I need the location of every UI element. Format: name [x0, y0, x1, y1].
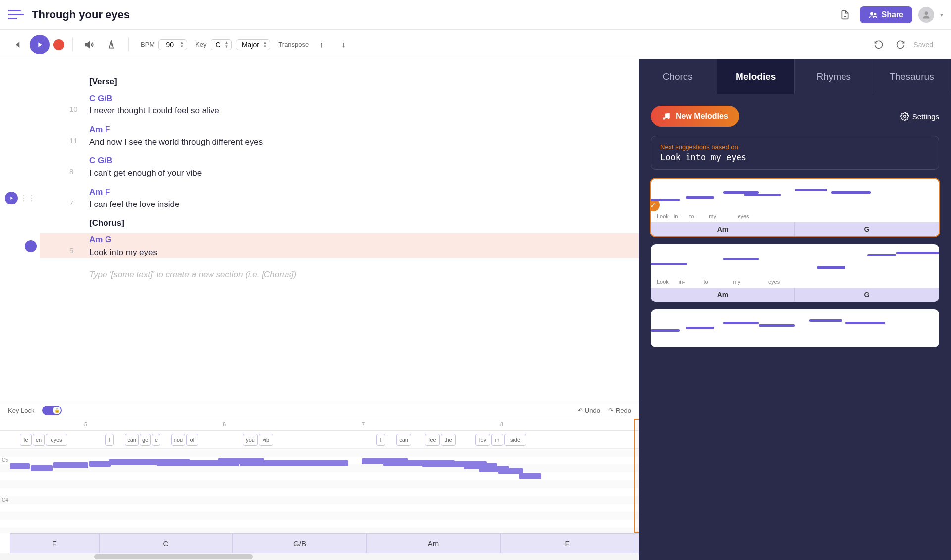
new-melodies-button[interactable]: New Melodies	[651, 106, 739, 127]
syllable[interactable]: can	[396, 434, 411, 446]
syllable[interactable]: eyes	[46, 434, 67, 446]
redo-icon[interactable]	[892, 36, 909, 53]
tab-melodies[interactable]: Melodies	[717, 59, 795, 94]
note[interactable]	[519, 473, 541, 479]
svg-point-0	[870, 12, 873, 15]
svg-point-2	[925, 11, 928, 15]
note[interactable]	[53, 462, 88, 468]
svg-point-6	[904, 115, 906, 118]
chord-cell[interactable]: F	[10, 533, 99, 553]
track-redo-button[interactable]: ↷ Redo	[608, 407, 631, 414]
melody-card[interactable]: ⤢Lookin-tomyeyesAmG	[651, 179, 939, 236]
undo-icon[interactable]	[870, 36, 888, 53]
tab-chords[interactable]: Chords	[639, 59, 717, 94]
chord-cell[interactable]: Am	[367, 533, 500, 553]
play-line-icon[interactable]	[5, 192, 18, 204]
lyrics-editor[interactable]: [Verse]10C G/BI never thought I could fe…	[0, 59, 639, 402]
key-select[interactable]: ▲▼	[211, 39, 232, 50]
syllable[interactable]: fe	[20, 434, 32, 446]
lyric-line[interactable]: 10C G/BI never thought I could feel so a…	[40, 92, 639, 117]
chord-cell[interactable]: F	[500, 533, 634, 553]
chord-track[interactable]: FCG/BAmFAmG	[0, 533, 639, 553]
metronome-icon[interactable]	[103, 36, 120, 53]
volume-icon[interactable]	[81, 36, 99, 53]
note[interactable]	[31, 465, 53, 471]
track-undo-button[interactable]: ↶ Undo	[578, 407, 600, 414]
skip-back-icon[interactable]	[8, 36, 26, 53]
transpose-up-icon[interactable]: ↑	[313, 36, 330, 53]
chord-cell[interactable]: Am	[634, 533, 639, 553]
lyric-line[interactable]: 11Am FAnd now I see the world through di…	[40, 123, 639, 149]
save-status: Saved	[913, 41, 933, 49]
key-lock-toggle[interactable]: 🔒	[42, 406, 62, 415]
syllable[interactable]: the	[441, 434, 456, 446]
syllable[interactable]: en	[33, 434, 45, 446]
syllable[interactable]: fee	[425, 434, 440, 446]
syllable[interactable]: of	[186, 434, 198, 446]
based-on-box: Next suggestions based on Look into my e…	[651, 136, 939, 170]
section-label: [Verse]	[89, 75, 639, 88]
bpm-label: BPM	[141, 41, 155, 48]
download-icon[interactable]	[836, 6, 854, 24]
song-title: Through your eyes	[32, 8, 836, 21]
bpm-input[interactable]: ▲▼	[158, 39, 187, 50]
tab-thesaurus[interactable]: Thesaurus	[873, 59, 951, 94]
key-lock-label: Key Lock	[8, 407, 34, 414]
note[interactable]	[291, 460, 348, 466]
chord-cell[interactable]: C	[99, 533, 233, 553]
svg-marker-3	[86, 42, 90, 48]
chevron-down-icon[interactable]: ▾	[940, 11, 943, 18]
syllable[interactable]: vib	[259, 434, 273, 446]
syllable[interactable]: ge	[140, 434, 151, 446]
piano-roll[interactable]: C5C4	[0, 449, 639, 533]
settings-button[interactable]: Settings	[900, 112, 939, 121]
melody-card[interactable]	[651, 309, 939, 347]
syllable[interactable]: e	[152, 434, 160, 446]
timeline-ruler[interactable]: 567891011	[0, 419, 639, 431]
avatar[interactable]	[918, 7, 934, 23]
syllable[interactable]: I	[105, 434, 114, 446]
transpose-down-icon[interactable]: ↓	[334, 36, 352, 53]
record-button[interactable]	[53, 39, 64, 50]
note[interactable]	[89, 461, 111, 467]
share-button[interactable]: Share	[860, 6, 912, 23]
mode-select[interactable]: ▲▼	[236, 39, 270, 50]
syllable[interactable]: side	[504, 434, 526, 446]
menu-icon[interactable]	[8, 7, 24, 23]
horizontal-scrollbar[interactable]	[0, 553, 639, 560]
note[interactable]	[10, 463, 30, 469]
melody-card[interactable]: Lookin-tomyeyesAmG	[651, 244, 939, 302]
svg-point-1	[874, 12, 876, 15]
svg-point-5	[667, 117, 670, 119]
syllable[interactable]: I	[376, 434, 385, 446]
chord-cell[interactable]: G/B	[233, 533, 367, 553]
syllable-row[interactable]: feeneyesIcangeenouofyouvibIcanfeethelovi…	[0, 431, 639, 449]
syllable[interactable]: can	[125, 434, 139, 446]
lyric-line[interactable]: 5Am GLook into my eyes	[40, 233, 639, 258]
key-label: Key	[195, 41, 206, 48]
syllable[interactable]: you	[243, 434, 258, 446]
lyric-line[interactable]: 7Am FI can feel the love inside⋮⋮	[40, 186, 639, 211]
transpose-label: Transpose	[278, 41, 309, 48]
play-button[interactable]	[30, 35, 50, 54]
section-label: [Chorus]	[89, 217, 639, 230]
new-section-placeholder[interactable]: Type '[some text]' to create a new secti…	[89, 268, 639, 281]
tab-rhymes[interactable]: Rhymes	[795, 59, 873, 94]
syllable[interactable]: lov	[476, 434, 490, 446]
svg-point-4	[663, 117, 665, 120]
lyric-line[interactable]: 8C G/BI can't get enough of your vibe	[40, 154, 639, 180]
drag-icon[interactable]: ⋮⋮	[20, 192, 36, 204]
syllable[interactable]: in	[491, 434, 503, 446]
syllable[interactable]: nou	[171, 434, 185, 446]
